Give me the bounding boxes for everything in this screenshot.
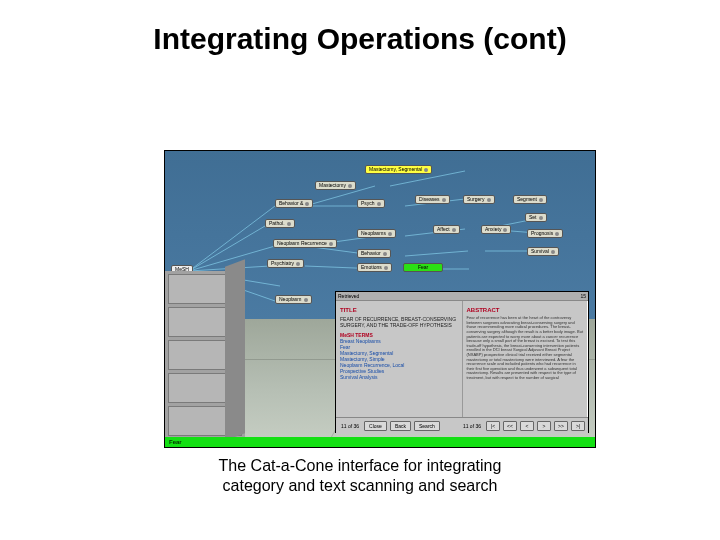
tree-node[interactable]: Neoplasm Recurrence — [273, 239, 337, 248]
tree-node[interactable]: Neoplasms — [357, 229, 396, 238]
tree-node[interactable]: Psych — [357, 199, 385, 208]
search-button[interactable]: Search — [414, 421, 440, 431]
tree-node[interactable]: Psychiatry — [267, 259, 304, 268]
doc-abstract-text: Fear of recurrence has been at the heart… — [467, 316, 585, 380]
next-button[interactable]: >> — [554, 421, 568, 431]
first-button[interactable]: |< — [486, 421, 500, 431]
caption-line2: category and text scanning and search — [223, 477, 498, 494]
doc-right-column: ABSTRACT Fear of recurrence has been at … — [462, 301, 589, 417]
tree-node[interactable]: Behavior — [357, 249, 391, 258]
tree-node[interactable]: Survival — [527, 247, 559, 256]
next1-button[interactable]: > — [537, 421, 551, 431]
doc-title-heading: TITLE — [340, 307, 458, 314]
tree-node[interactable]: Behavior & — [275, 199, 313, 208]
svg-line-0 — [189, 206, 275, 271]
page-counter-left: 11 of 36 — [341, 423, 359, 429]
tree-node[interactable]: Set — [525, 213, 547, 222]
book-stack[interactable] — [165, 271, 245, 437]
page-title: Integrating Operations (cont) — [0, 22, 720, 56]
tree-node[interactable]: Mastectomy, Segmental — [365, 165, 432, 174]
tree-node[interactable]: Surgery — [463, 195, 495, 204]
svg-line-14 — [405, 251, 468, 256]
close-button[interactable]: Close — [364, 421, 387, 431]
svg-line-1 — [189, 226, 265, 271]
doc-left-column: TITLE FEAR OF RECURRENCE, BREAST-CONSERV… — [336, 301, 462, 417]
tree-node-selected[interactable]: Fear — [403, 263, 443, 272]
document-window: Retrieved 15 TITLE FEAR OF RECURRENCE, B… — [335, 291, 589, 433]
tree-node[interactable]: Pathol. — [265, 219, 295, 228]
back-button[interactable]: Back — [390, 421, 411, 431]
tree-node[interactable]: Emotions — [357, 263, 392, 272]
tree-node[interactable]: Prognosis — [527, 229, 563, 238]
tree-node[interactable]: Anxiety — [481, 225, 511, 234]
figure-caption: The Cat-a-Cone interface for integrating… — [0, 456, 720, 496]
caption-line1: The Cat-a-Cone interface for integrating — [219, 457, 502, 474]
last-button[interactable]: >| — [571, 421, 585, 431]
doc-topbar-right: 15 — [580, 293, 586, 299]
document-toolbar: 11 of 36 Close Back Search 11 of 36 |< <… — [336, 417, 588, 434]
app-window: MeSH Mastectomy, Segmental Behavior & Pa… — [164, 150, 596, 448]
tree-node[interactable]: Diseases — [415, 195, 450, 204]
prev-button[interactable]: << — [503, 421, 517, 431]
doc-topbar-left: Retrieved — [338, 293, 359, 299]
mesh-term[interactable]: Survival Analysis — [340, 374, 458, 380]
status-bar: Fear — [165, 437, 595, 447]
document-titlebar: Retrieved 15 — [336, 292, 588, 301]
tree-node[interactable]: Neoplasm — [275, 295, 312, 304]
tree-node[interactable]: Segment — [513, 195, 547, 204]
tree-node[interactable]: Affect — [433, 225, 460, 234]
doc-title-text: FEAR OF RECURRENCE, BREAST-CONSERVING SU… — [340, 316, 458, 328]
book-stack-side — [225, 259, 245, 440]
status-text: Fear — [169, 439, 182, 445]
page-counter-right: 11 of 36 — [463, 423, 481, 429]
prev1-button[interactable]: < — [520, 421, 534, 431]
tree-node[interactable]: Mastectomy — [315, 181, 356, 190]
doc-abstract-heading: ABSTRACT — [467, 307, 585, 314]
